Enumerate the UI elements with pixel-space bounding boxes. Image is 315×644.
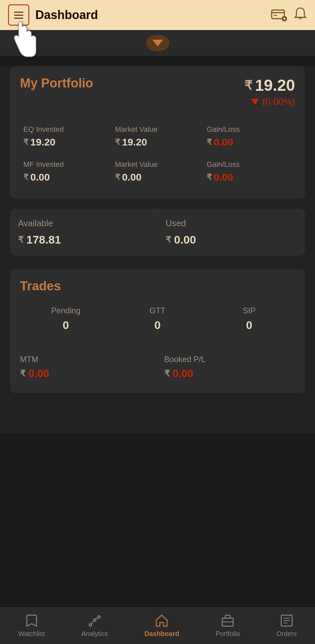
eq-gain-loss-cell: Gain/Loss ₹ 0.00 bbox=[203, 119, 295, 154]
eq-gain-loss-label: Gain/Loss bbox=[207, 125, 292, 134]
gtt-trade-item: GTT 0 bbox=[112, 303, 203, 335]
mtm-item: MTM ₹ 0.00 bbox=[20, 351, 158, 383]
change-percent: (0.00%) bbox=[262, 96, 295, 107]
dashboard-label: Dashboard bbox=[144, 630, 179, 638]
notifications-icon bbox=[294, 7, 307, 22]
main-content: My Portfolio ₹ 19.20 (0.00%) EQ Invested… bbox=[0, 66, 315, 433]
nav-portfolio[interactable]: Portfolio bbox=[209, 611, 247, 641]
dropdown-arrow-icon bbox=[152, 40, 163, 46]
dashboard-icon bbox=[155, 614, 168, 627]
pending-trade-item: Pending 0 bbox=[20, 303, 112, 335]
gtt-label: GTT bbox=[112, 306, 203, 315]
app-header: Dashboard bbox=[0, 0, 315, 30]
used-label: Used bbox=[166, 218, 297, 229]
svg-point-6 bbox=[89, 624, 92, 626]
available-funds-block: Available ₹ 178.81 bbox=[10, 209, 158, 256]
eq-market-value: ₹ 19.20 bbox=[115, 136, 200, 148]
orders-icon bbox=[280, 614, 293, 627]
portfolio-total-amount: ₹ 19.20 bbox=[244, 76, 295, 94]
eq-invested-cell: EQ Invested ₹ 19.20 bbox=[20, 119, 112, 154]
svg-point-7 bbox=[93, 619, 96, 621]
gtt-value: 0 bbox=[112, 319, 203, 332]
trades-title: Trades bbox=[20, 279, 295, 293]
watchlist-icon bbox=[25, 614, 38, 627]
pending-label: Pending bbox=[20, 306, 112, 315]
portfolio-section: My Portfolio ₹ 19.20 (0.00%) EQ Invested… bbox=[10, 66, 305, 199]
portfolio-mf-grid: MF Invested ₹ 0.00 Market Value ₹ 0.00 G… bbox=[20, 154, 295, 189]
notifications-button[interactable] bbox=[294, 7, 307, 23]
add-funds-button[interactable] bbox=[271, 8, 287, 22]
booked-pl-label: Booked P/L bbox=[164, 355, 295, 364]
portfolio-value-block: ₹ 19.20 (0.00%) bbox=[244, 76, 295, 107]
nav-orders[interactable]: Orders bbox=[270, 611, 303, 641]
nav-analytics[interactable]: Analytics bbox=[75, 611, 115, 641]
booked-pl-item: Booked P/L ₹ 0.00 bbox=[158, 351, 295, 383]
add-funds-icon bbox=[271, 8, 287, 21]
mf-invested-label: MF Invested bbox=[23, 160, 108, 169]
eq-invested-label: EQ Invested bbox=[23, 125, 108, 134]
mtm-label: MTM bbox=[20, 355, 151, 364]
mf-gain-loss-cell: Gain/Loss ₹ 0.00 bbox=[203, 154, 295, 189]
watchlist-label: Watchlist bbox=[18, 630, 45, 638]
mf-invested-value: ₹ 0.00 bbox=[23, 172, 108, 183]
eq-invested-value: ₹ 19.20 bbox=[23, 136, 108, 148]
svg-line-10 bbox=[96, 618, 98, 619]
portfolio-eq-grid: EQ Invested ₹ 19.20 Market Value ₹ 19.20… bbox=[20, 119, 295, 154]
eq-gain-loss-value: ₹ 0.00 bbox=[207, 136, 292, 148]
available-label: Available bbox=[18, 218, 149, 229]
rupee-symbol-total: ₹ bbox=[244, 78, 252, 93]
svg-point-8 bbox=[98, 616, 100, 618]
portfolio-nav-icon bbox=[221, 614, 234, 627]
booked-pl-value: ₹ 0.00 bbox=[164, 367, 295, 380]
nav-dashboard[interactable]: Dashboard bbox=[138, 611, 186, 641]
portfolio-header: My Portfolio ₹ 19.20 (0.00%) bbox=[20, 76, 295, 107]
header-left: Dashboard bbox=[8, 4, 98, 26]
mf-gain-loss-value: ₹ 0.00 bbox=[207, 172, 292, 183]
nav-watchlist[interactable]: Watchlist bbox=[12, 611, 52, 641]
dropdown-button[interactable] bbox=[146, 35, 169, 51]
mf-market-value: ₹ 0.00 bbox=[115, 172, 200, 183]
trades-grid: Pending 0 GTT 0 SIP 0 bbox=[20, 303, 295, 343]
pending-value: 0 bbox=[20, 319, 112, 332]
down-triangle-icon bbox=[251, 99, 259, 105]
menu-button[interactable] bbox=[8, 4, 29, 26]
eq-market-value-cell: Market Value ₹ 19.20 bbox=[112, 119, 203, 154]
available-value: ₹ 178.81 bbox=[18, 233, 149, 246]
header-actions bbox=[271, 7, 307, 23]
page-title: Dashboard bbox=[35, 8, 98, 22]
used-value: ₹ 0.00 bbox=[166, 233, 297, 246]
trades-section: Trades Pending 0 GTT 0 SIP 0 MTM ₹ 0.00 bbox=[10, 269, 305, 393]
analytics-label: Analytics bbox=[81, 630, 108, 638]
mf-market-value-cell: Market Value ₹ 0.00 bbox=[112, 154, 203, 189]
bottom-nav: Watchlist Analytics Dashboard Portfolio bbox=[0, 607, 315, 644]
orders-label: Orders bbox=[276, 630, 297, 638]
funds-section: Available ₹ 178.81 Used ₹ 0.00 bbox=[10, 209, 305, 256]
pl-grid: MTM ₹ 0.00 Booked P/L ₹ 0.00 bbox=[20, 351, 295, 383]
sip-value: 0 bbox=[203, 319, 295, 332]
mf-market-value-label: Market Value bbox=[115, 160, 200, 169]
sip-trade-item: SIP 0 bbox=[203, 303, 295, 335]
eq-market-value-label: Market Value bbox=[115, 125, 200, 134]
used-funds-block: Used ₹ 0.00 bbox=[158, 209, 305, 256]
hamburger-icon bbox=[14, 12, 23, 19]
sip-label: SIP bbox=[203, 306, 295, 315]
mf-invested-cell: MF Invested ₹ 0.00 bbox=[20, 154, 112, 189]
dropdown-peek bbox=[0, 30, 315, 56]
mf-gain-loss-label: Gain/Loss bbox=[207, 160, 292, 169]
svg-line-9 bbox=[92, 621, 94, 624]
portfolio-label: Portfolio bbox=[216, 630, 240, 638]
portfolio-title: My Portfolio bbox=[20, 76, 93, 90]
portfolio-change: (0.00%) bbox=[244, 96, 295, 107]
mtm-value: ₹ 0.00 bbox=[20, 367, 151, 380]
analytics-icon bbox=[88, 614, 101, 627]
